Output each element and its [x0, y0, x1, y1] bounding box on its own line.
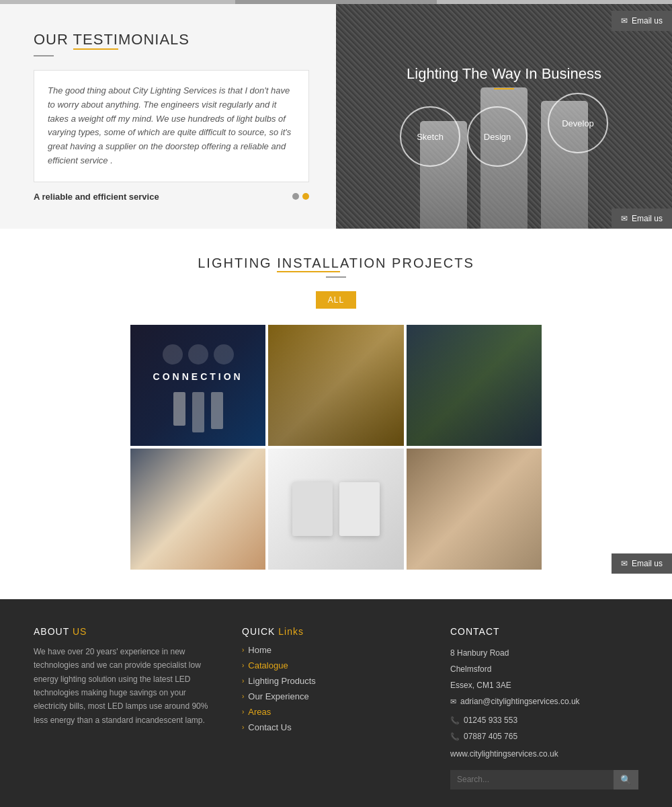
- hero-panel: Lighting The Way In Business Sketch Desi…: [336, 4, 672, 229]
- chevron-icon-1: ›: [242, 646, 244, 654]
- contact-address3: Essex, CM1 3AE: [450, 677, 638, 693]
- footer-link-experience[interactable]: › Our Experience: [242, 691, 430, 701]
- contact-email-row: adrian@citylightingservices.co.uk: [450, 693, 638, 709]
- footer-about: ABOUT US We have over 20 years' experien…: [34, 626, 222, 790]
- footer-link-areas[interactable]: › Areas: [242, 707, 430, 717]
- contact-info: 8 Hanbury Road Chelmsford Essex, CM1 3AE…: [450, 645, 638, 762]
- chevron-icon-6: ›: [242, 724, 244, 731]
- hero-content: Lighting The Way In Business Sketch Desi…: [400, 65, 608, 167]
- hero-circle-develop[interactable]: Develop: [548, 93, 608, 153]
- gallery-item-5[interactable]: [268, 449, 403, 570]
- gallery-item-3[interactable]: [407, 325, 542, 446]
- footer-link-home[interactable]: › Home: [242, 645, 430, 655]
- link-experience[interactable]: Our Experience: [248, 691, 308, 701]
- testimonial-text: The good thing about City Lighting Servi…: [48, 84, 295, 168]
- chevron-icon-4: ›: [242, 693, 244, 700]
- testimonial-author: A reliable and efficient service: [34, 192, 159, 202]
- contact-email[interactable]: adrian@citylightingservices.co.uk: [460, 693, 580, 709]
- projects-section: LIGHTING INSTALLATION PROJECTS ALL CONNE…: [0, 229, 672, 599]
- projects-divider: [326, 276, 346, 278]
- hero-circle-design[interactable]: Design: [467, 106, 528, 167]
- email-button-mid[interactable]: ✉ Email us: [612, 208, 672, 229]
- testimonial-quote-box: The good thing about City Lighting Servi…: [34, 70, 309, 182]
- contact-address1: 8 Hanbury Road: [450, 645, 638, 661]
- phone-icon-2: [450, 728, 460, 744]
- footer-grid: ABOUT US We have over 20 years' experien…: [0, 626, 672, 807]
- footer-link-contact[interactable]: › Contact Us: [242, 722, 430, 732]
- email-button-bottom[interactable]: ✉ Email us: [612, 553, 672, 574]
- projects-heading: LIGHTING INSTALLATION PROJECTS: [0, 256, 672, 271]
- email-icon-mid: ✉: [621, 214, 628, 223]
- footer-link-catalogue[interactable]: › Catalogue: [242, 660, 430, 670]
- chevron-icon-3: ›: [242, 677, 244, 685]
- testimonials-panel: OUR TESTIMONIALS The good thing about Ci…: [0, 4, 336, 229]
- contact-website[interactable]: www.citylightingservices.co.uk: [450, 746, 638, 762]
- footer-links-col: QUICK Links › Home › Catalogue › Lightin…: [242, 626, 430, 790]
- chevron-icon-5: ›: [242, 708, 244, 716]
- link-home[interactable]: Home: [248, 645, 271, 655]
- chevron-icon-2: ›: [242, 662, 244, 669]
- footer-links-list: › Home › Catalogue › Lighting Products ›…: [242, 645, 430, 732]
- gallery-grid-row2: [0, 449, 672, 570]
- link-lighting-products[interactable]: Lighting Products: [248, 676, 315, 686]
- footer-about-text: We have over 20 years' experience in new…: [34, 645, 222, 727]
- footer-contact-heading: CONTACT: [450, 626, 638, 637]
- footer-links-heading: QUICK Links: [242, 626, 430, 637]
- testimonials-heading: OUR TESTIMONIALS: [34, 31, 309, 48]
- contact-phone1: 01245 933 553: [464, 712, 517, 728]
- footer-about-heading: ABOUT US: [34, 626, 222, 637]
- email-button-top[interactable]: ✉ Email us: [612, 11, 672, 31]
- search-button[interactable]: 🔍: [614, 770, 638, 790]
- search-row: 🔍: [450, 770, 638, 790]
- gallery-item-1[interactable]: CONNECTION: [130, 325, 265, 446]
- footer-about-accent: US: [73, 626, 87, 637]
- hero-circle-sketch[interactable]: Sketch: [400, 106, 460, 167]
- contact-phone2-row: 07887 405 765: [450, 728, 638, 744]
- testimonial-dots: [292, 193, 309, 200]
- email-icon: ✉: [621, 16, 628, 26]
- connection-label: CONNECTION: [153, 371, 243, 382]
- footer: ABOUT US We have over 20 years' experien…: [0, 599, 672, 807]
- link-areas[interactable]: Areas: [248, 707, 271, 717]
- link-catalogue[interactable]: Catalogue: [248, 660, 288, 670]
- gallery-item-4[interactable]: [130, 449, 265, 570]
- all-filter-button[interactable]: ALL: [316, 291, 356, 309]
- email-icon-bottom: ✉: [621, 559, 628, 568]
- footer-link-lighting[interactable]: › Lighting Products: [242, 676, 430, 686]
- gallery-item-2[interactable]: [268, 325, 403, 446]
- hero-title: Lighting The Way In Business: [400, 65, 608, 83]
- dot-1[interactable]: [292, 193, 299, 200]
- contact-phone2: 07887 405 765: [464, 728, 517, 744]
- contact-address2: Chelmsford: [450, 661, 638, 677]
- dot-2[interactable]: [302, 193, 309, 200]
- footer-contact-col: CONTACT 8 Hanbury Road Chelmsford Essex,…: [450, 626, 638, 790]
- link-contact-us[interactable]: Contact Us: [248, 722, 291, 732]
- footer-links-accent: Links: [278, 626, 304, 637]
- testimonial-footer: A reliable and efficient service: [34, 192, 309, 202]
- mail-icon: [450, 693, 456, 709]
- hero-divider: [494, 88, 514, 89]
- split-section: OUR TESTIMONIALS The good thing about Ci…: [0, 4, 672, 229]
- phone-icon-1: [450, 712, 460, 728]
- hero-circles: Sketch Design Develop: [400, 106, 608, 167]
- section-divider: [34, 55, 54, 56]
- search-input[interactable]: [450, 770, 614, 790]
- gallery-grid-row1: CONNECTION: [0, 325, 672, 446]
- contact-phone1-row: 01245 933 553: [450, 712, 638, 728]
- gallery-item-6[interactable]: [407, 449, 542, 570]
